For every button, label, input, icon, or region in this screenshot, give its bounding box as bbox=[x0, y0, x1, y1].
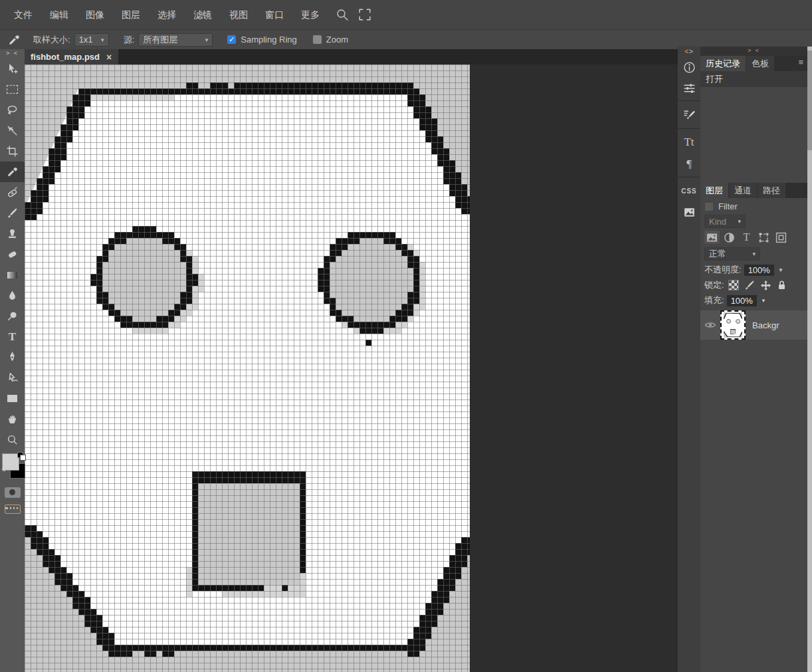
info-panel-icon[interactable] bbox=[678, 57, 700, 78]
lasso-tool[interactable] bbox=[0, 100, 25, 120]
layers-tab-bar: 图层 通道 路径 bbox=[700, 183, 807, 198]
close-tab-icon[interactable]: × bbox=[106, 52, 112, 62]
menu-view[interactable]: 视图 bbox=[221, 0, 256, 29]
menu-layer[interactable]: 图层 bbox=[113, 0, 149, 29]
fullscreen-icon[interactable] bbox=[356, 6, 373, 23]
layer-filter-icons: T bbox=[700, 228, 807, 244]
magic-wand-tool[interactable] bbox=[0, 120, 25, 141]
type-tool[interactable]: T bbox=[0, 326, 25, 347]
menu-filter[interactable]: 滤镜 bbox=[185, 0, 221, 29]
brush-tool[interactable] bbox=[0, 203, 25, 223]
brush-settings-panel-icon[interactable] bbox=[678, 103, 700, 126]
gradient-tool[interactable] bbox=[0, 265, 25, 285]
default-colors-icon[interactable] bbox=[17, 452, 25, 459]
history-collapse-icon[interactable]: > < bbox=[700, 47, 807, 56]
css-panel-icon[interactable]: CSS bbox=[678, 179, 700, 202]
panel-collapse-icon[interactable]: <> bbox=[678, 47, 700, 57]
document-tab-bar: fishbot_map.psd × bbox=[24, 49, 678, 64]
blur-tool[interactable] bbox=[0, 285, 25, 306]
scrollbar-thumb[interactable] bbox=[807, 51, 812, 150]
eyedropper-tool[interactable] bbox=[0, 162, 25, 182]
dodge-tool[interactable] bbox=[0, 306, 25, 326]
toolbar: > < T ⇄ bbox=[0, 49, 25, 672]
clone-stamp-tool[interactable] bbox=[0, 223, 25, 244]
menu-select[interactable]: 选择 bbox=[149, 0, 185, 29]
filter-checkbox[interactable] bbox=[704, 202, 714, 211]
panel-icon-column: <> Tt ¶ CSS bbox=[678, 47, 700, 672]
tab-history[interactable]: 历史记录 bbox=[700, 56, 746, 71]
menu-edit[interactable]: 编辑 bbox=[41, 0, 77, 29]
image-panel-icon[interactable] bbox=[678, 202, 700, 223]
lock-label: 锁定: bbox=[704, 279, 724, 291]
lock-position-icon[interactable] bbox=[760, 280, 771, 291]
lock-paint-icon[interactable] bbox=[744, 280, 755, 290]
canvas-area[interactable] bbox=[25, 64, 470, 672]
pen-tool[interactable] bbox=[0, 347, 25, 368]
document-title: fishbot_map.psd bbox=[31, 52, 100, 62]
path-select-tool[interactable] bbox=[0, 368, 25, 388]
history-entry-open[interactable]: 打开 bbox=[700, 71, 807, 87]
rect-select-tool[interactable] bbox=[0, 79, 25, 100]
lock-all-icon[interactable] bbox=[777, 280, 787, 290]
zoom-tool[interactable] bbox=[0, 429, 25, 450]
layer-row[interactable]: Backgr bbox=[700, 310, 807, 340]
sample-size-label: 取样大小: bbox=[33, 34, 70, 46]
layers-panel: 图层 通道 路径 Filter Kind▾ T 正常▾ 不透明度: bbox=[700, 183, 807, 340]
document-tab[interactable]: fishbot_map.psd × bbox=[24, 49, 118, 64]
right-panel-column: > < 历史记录 色板 ≡ 打开 图层 通道 路径 Filter Kind▾ T bbox=[700, 47, 807, 672]
tab-swatches[interactable]: 色板 bbox=[746, 56, 774, 71]
fill-caret-icon[interactable]: ▼ bbox=[761, 298, 766, 304]
filter-type-layers-icon[interactable]: T bbox=[739, 231, 754, 244]
healing-brush-tool[interactable] bbox=[0, 182, 25, 203]
zoom-label: Zoom bbox=[326, 35, 348, 45]
character-panel-icon[interactable]: Tt bbox=[678, 131, 700, 153]
shape-tool[interactable] bbox=[0, 388, 25, 409]
layer-name: Backgr bbox=[752, 320, 789, 330]
toolbar-collapse-icon[interactable]: > < bbox=[0, 49, 25, 58]
move-tool[interactable] bbox=[0, 58, 25, 79]
sampling-ring-checkbox[interactable]: ✓ bbox=[227, 35, 236, 44]
keyboard-shortcuts-icon[interactable] bbox=[0, 499, 25, 519]
hand-tool[interactable] bbox=[0, 409, 25, 429]
panel-menu-icon[interactable]: ≡ bbox=[798, 56, 807, 71]
menu-file[interactable]: 文件 bbox=[5, 0, 41, 29]
eyedropper-options-icon bbox=[8, 34, 20, 46]
fill-value[interactable]: 100% bbox=[727, 295, 757, 306]
color-swatches: ⇄ bbox=[1, 452, 24, 481]
crop-tool[interactable] bbox=[0, 141, 25, 162]
menu-more[interactable]: 更多 bbox=[292, 0, 328, 29]
layer-thumbnail[interactable] bbox=[720, 310, 746, 340]
tab-channels[interactable]: 通道 bbox=[729, 183, 757, 198]
layer-visibility-eye-icon[interactable] bbox=[700, 320, 720, 330]
kind-select[interactable]: Kind▾ bbox=[704, 215, 746, 228]
document-canvas[interactable] bbox=[25, 64, 470, 672]
zoom-checkbox[interactable] bbox=[313, 35, 322, 44]
opacity-caret-icon[interactable]: ▼ bbox=[778, 267, 783, 273]
vertical-scrollbar[interactable] bbox=[807, 47, 812, 672]
sample-size-select[interactable]: 1x1▾ bbox=[74, 33, 109, 47]
tab-paths[interactable]: 路径 bbox=[758, 183, 785, 198]
opacity-label: 不透明度: bbox=[704, 264, 742, 276]
filter-adjustment-layers-icon[interactable] bbox=[722, 231, 737, 244]
tab-layers[interactable]: 图层 bbox=[700, 183, 728, 198]
source-label: 源: bbox=[124, 34, 135, 46]
adjustments-panel-icon[interactable] bbox=[678, 78, 700, 98]
eraser-tool[interactable] bbox=[0, 244, 25, 265]
lock-transparency-icon[interactable] bbox=[728, 280, 739, 290]
filter-smart-objects-icon[interactable] bbox=[773, 231, 789, 244]
filter-shape-layers-icon[interactable] bbox=[756, 231, 771, 244]
menu-bar: 文件 编辑 图像 图层 选择 滤镜 视图 窗口 更多 bbox=[0, 0, 812, 29]
source-select[interactable]: 所有图层▾ bbox=[138, 33, 213, 47]
menu-window[interactable]: 窗口 bbox=[256, 0, 292, 29]
blend-mode-select[interactable]: 正常▾ bbox=[704, 247, 760, 261]
sampling-ring-label: Sampling Ring bbox=[241, 35, 297, 45]
search-icon[interactable] bbox=[334, 6, 351, 23]
fill-label: 填充: bbox=[704, 294, 724, 306]
filter-label: Filter bbox=[718, 201, 738, 211]
opacity-value[interactable]: 100% bbox=[744, 265, 774, 276]
paragraph-panel-icon[interactable]: ¶ bbox=[678, 153, 700, 175]
filter-pixel-layers-icon[interactable] bbox=[704, 231, 720, 244]
history-tab-bar: 历史记录 色板 ≡ bbox=[700, 56, 807, 71]
menu-image[interactable]: 图像 bbox=[77, 0, 113, 29]
